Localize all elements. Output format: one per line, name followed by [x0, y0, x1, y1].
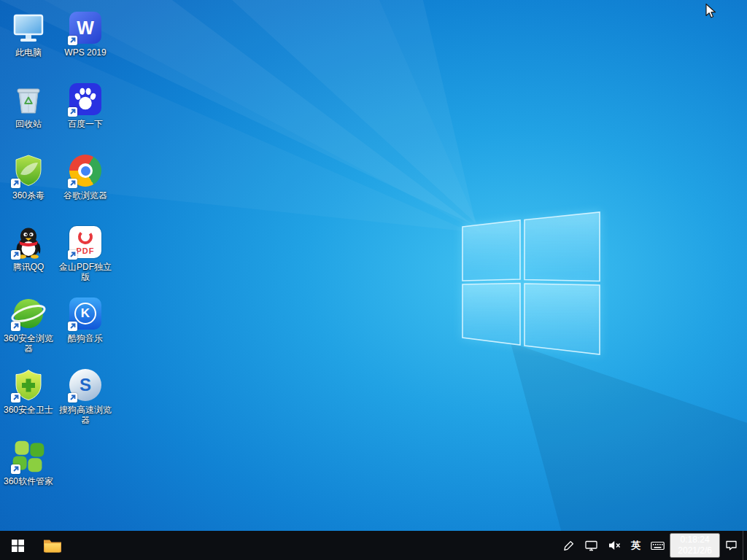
desktop-icon-wps-2019[interactable]: W WPS 2019 [57, 4, 114, 76]
file-explorer-icon [43, 537, 62, 553]
icon-label: WPS 2019 [64, 47, 106, 58]
desktop-icon-360-safe-guard[interactable]: 360安全卫士 [0, 362, 57, 433]
desktop-icon-recycle-bin[interactable]: 回收站 [0, 76, 57, 147]
icon-label: 360安全卫士 [4, 405, 53, 415]
icon-label: 谷歌浏览器 [63, 190, 107, 201]
360-software-manager-icon [11, 439, 46, 474]
icon-label: 360软件管家 [4, 476, 53, 486]
shortcut-arrow-icon [68, 393, 77, 402]
icon-label: 回收站 [15, 119, 42, 129]
shortcut-arrow-icon [68, 250, 77, 260]
desktop-icon-sogou-browser[interactable]: S 搜狗高速浏览器 [57, 362, 114, 433]
icon-label: 金山PDF独立版 [58, 262, 113, 282]
desktop-icon-baidu[interactable]: 百度一下 [57, 76, 114, 147]
touch-keyboard-button[interactable] [646, 531, 670, 560]
shortcut-arrow-icon [11, 322, 20, 331]
network-icon [585, 540, 597, 551]
360-safe-guard-icon [11, 368, 46, 402]
wps-letter: W [77, 18, 94, 39]
icon-label: 百度一下 [68, 119, 103, 129]
desktop-icon-360-software-manager[interactable]: 360软件管家 [0, 433, 57, 505]
clock-date: 2021/2/6 [678, 545, 712, 556]
shortcut-arrow-icon [11, 179, 20, 188]
show-desktop-button[interactable] [743, 531, 747, 560]
360-browser-icon [11, 296, 46, 331]
icon-label: 360安全浏览器 [1, 333, 56, 354]
keyboard-icon [651, 540, 665, 551]
volume-tray-button[interactable] [603, 531, 626, 560]
qq-penguin-icon [11, 225, 46, 260]
wps-icon: W [68, 10, 103, 45]
kingsoft-pdf-icon: PDF [68, 225, 103, 260]
system-tray: 英 0:18:24 2021/2/6 [558, 531, 747, 560]
desktop-icon-grid: 此电脑 回收站 360杀毒 [0, 4, 114, 505]
shortcut-arrow-icon [68, 36, 77, 45]
pen-icon [563, 540, 575, 551]
recycle-bin-icon [11, 82, 46, 117]
sogou-letter: S [80, 375, 91, 395]
taskbar: 英 0:18:24 2021/2/6 [0, 531, 747, 560]
action-center-icon [725, 540, 738, 551]
windows-start-icon [12, 540, 24, 552]
desktop-icon-kingsoft-pdf[interactable]: PDF 金山PDF独立版 [57, 219, 114, 290]
volume-muted-icon [608, 540, 621, 551]
kugou-icon: K [68, 296, 103, 331]
chrome-icon [68, 153, 103, 188]
clock-time: 0:18:24 [681, 534, 710, 545]
start-button[interactable] [0, 531, 35, 560]
desktop-icon-360-secure-browser[interactable]: 360安全浏览器 [0, 290, 57, 362]
windows-logo [462, 211, 600, 355]
desktop-icon-kugou-music[interactable]: K 酷狗音乐 [57, 290, 114, 362]
pen-tray-button[interactable] [558, 531, 580, 560]
icon-label: 此电脑 [15, 47, 42, 58]
sogou-icon: S [68, 368, 103, 402]
this-pc-icon [11, 10, 46, 45]
kugou-letter: K [81, 306, 90, 321]
shortcut-arrow-icon [68, 322, 77, 331]
shortcut-arrow-icon [11, 393, 20, 402]
baidu-paw-icon [68, 82, 103, 117]
icon-label: 酷狗音乐 [68, 333, 103, 343]
desktop-icon-tencent-qq[interactable]: 腾讯QQ [0, 219, 57, 290]
network-tray-button[interactable] [580, 531, 603, 560]
shortcut-arrow-icon [11, 250, 20, 260]
360-antivirus-icon [11, 153, 46, 188]
icon-label: 360杀毒 [12, 190, 44, 201]
clock[interactable]: 0:18:24 2021/2/6 [670, 533, 720, 558]
desktop-icon-360-antivirus[interactable]: 360杀毒 [0, 147, 57, 219]
shortcut-arrow-icon [68, 107, 77, 117]
shortcut-arrow-icon [11, 464, 20, 474]
icon-label: 腾讯QQ [13, 262, 44, 272]
icon-label: 搜狗高速浏览器 [58, 405, 113, 425]
file-explorer-button[interactable] [35, 531, 70, 560]
desktop-icon-this-pc[interactable]: 此电脑 [0, 4, 57, 76]
desktop-icon-google-chrome[interactable]: 谷歌浏览器 [57, 147, 114, 219]
shortcut-arrow-icon [68, 179, 77, 188]
action-center-button[interactable] [720, 531, 743, 560]
ime-indicator[interactable]: 英 [626, 531, 646, 560]
mouse-cursor [705, 3, 721, 20]
